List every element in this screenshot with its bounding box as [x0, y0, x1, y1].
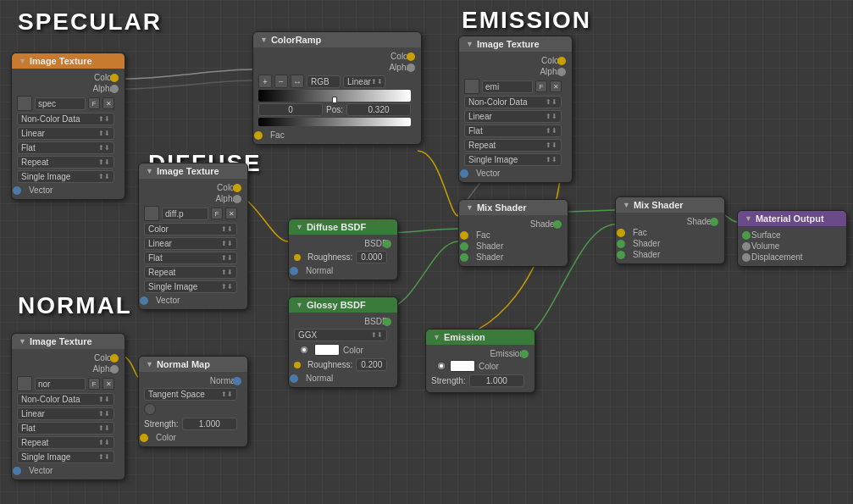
diffbsdf-normal-socket[interactable] — [290, 267, 298, 275]
emission-shader-node: ▼ Emission Emission Color Strength: 1.00… — [425, 329, 535, 393]
emi-colorspace-dropdown[interactable]: Non-Color Data ⬆⬇ — [464, 96, 562, 108]
alpha-socket[interactable] — [110, 85, 119, 93]
nor-ext-dropdown[interactable]: Repeat ⬆⬇ — [17, 436, 114, 449]
nor-proj-dropdown[interactable]: Flat ⬆⬇ — [17, 422, 114, 435]
diffbsdf-out-socket[interactable] — [383, 240, 391, 248]
glossy-normal-socket[interactable] — [290, 374, 298, 383]
nm-space-dropdown[interactable]: Tangent Space ⬆⬇ — [144, 388, 237, 401]
nor-alpha-out: Alpha — [17, 363, 114, 374]
emi-interp-val: Linear — [468, 112, 492, 121]
extension-val: Repeat — [21, 158, 48, 167]
mix2-shader2-socket[interactable] — [617, 251, 625, 259]
diff-src-dropdown[interactable]: Single Image ⬆⬇ — [144, 280, 237, 293]
emi-color-socket2[interactable] — [438, 363, 445, 369]
nor-cs-dropdown[interactable]: Non-Color Data ⬆⬇ — [17, 393, 114, 406]
glossy-color-swatch[interactable] — [314, 344, 340, 356]
diff-ext-dropdown[interactable]: Repeat ⬆⬇ — [144, 266, 237, 279]
cr-add-btn[interactable]: + — [258, 75, 272, 88]
cr-mode-dropdown[interactable]: RGB — [307, 75, 341, 88]
diff-interp-dropdown[interactable]: Linear ⬆⬇ — [144, 237, 237, 250]
color-socket[interactable] — [110, 74, 119, 82]
cr-flip-btn[interactable]: ↔ — [291, 75, 304, 88]
vector-socket[interactable] — [13, 186, 21, 195]
diff-vector-socket[interactable] — [140, 296, 148, 305]
mix-shader1-node: ▼ Mix Shader Shader Fac Shader Shader — [458, 199, 568, 267]
cr-remove-btn[interactable]: − — [274, 75, 288, 88]
cr-interp-dropdown[interactable]: Linear ⬆⬇ — [343, 75, 385, 88]
glossy-roughness-socket[interactable] — [294, 362, 301, 368]
roughness-val[interactable]: 0.000 — [356, 251, 387, 263]
diff-image-name[interactable]: diff.p — [162, 208, 208, 220]
mix2-shader-out-socket[interactable] — [710, 218, 718, 226]
nor-proj-val: Flat — [21, 424, 36, 433]
nm-color-socket[interactable] — [140, 434, 148, 442]
matout-volume-socket[interactable] — [742, 242, 751, 251]
emi-color-socket[interactable] — [557, 57, 566, 65]
cr-alpha-socket[interactable] — [407, 64, 415, 72]
mix1-shader1-socket[interactable] — [460, 242, 468, 251]
colorspace-dropdown[interactable]: Non-Color Data ⬆⬇ — [17, 113, 114, 125]
source-dropdown[interactable]: Single Image ⬆⬇ — [17, 170, 114, 183]
emi-alpha-socket[interactable] — [557, 68, 566, 76]
diff-x-btn[interactable]: ✕ — [225, 208, 237, 219]
mix2-fac-socket[interactable] — [617, 229, 625, 237]
emi-out-socket[interactable] — [520, 350, 529, 358]
glossy-color-socket[interactable] — [301, 346, 307, 353]
glossy-bsdf-out-socket[interactable] — [383, 318, 391, 326]
diff-cs-dropdown[interactable]: Color ⬆⬇ — [144, 223, 237, 235]
emi-f-btn[interactable]: F — [535, 80, 547, 92]
diff-alpha-socket[interactable] — [233, 195, 241, 203]
cr-fac-label: Fac — [270, 130, 285, 140]
emi-x-btn[interactable]: ✕ — [550, 80, 562, 92]
emission-image-texture-node: ▼ Image Texture Color Alpha emi F ✕ Non-… — [458, 36, 573, 183]
glossy-roughness-val[interactable]: 0.200 — [356, 358, 387, 371]
emi-interp-dropdown[interactable]: Linear ⬆⬇ — [464, 110, 562, 123]
emi-proj-dropdown[interactable]: Flat ⬆⬇ — [464, 125, 562, 137]
projection-dropdown[interactable]: Flat ⬆⬇ — [17, 141, 114, 154]
diffbsdf-title: Diffuse BSDF — [307, 222, 366, 232]
cr-marker[interactable] — [332, 97, 337, 103]
cr-color-socket[interactable] — [407, 53, 415, 61]
mix1-fac-socket[interactable] — [460, 231, 468, 240]
nor-alpha-socket[interactable] — [110, 365, 119, 374]
emi-image-thumb — [464, 79, 479, 94]
glossy-mode-dropdown[interactable]: GGX ⬆⬇ — [294, 329, 387, 341]
mix2-shader1-socket[interactable] — [617, 240, 625, 248]
diff-proj-dropdown[interactable]: Flat ⬆⬇ — [144, 252, 237, 264]
mix1-shader-out-socket[interactable] — [553, 220, 562, 229]
nor-vector-socket[interactable] — [13, 467, 21, 475]
interpolation-dropdown[interactable]: Linear ⬆⬇ — [17, 127, 114, 140]
nor-x-btn[interactable]: ✕ — [102, 378, 114, 390]
emi-vector-socket[interactable] — [460, 169, 468, 178]
nor-image-name[interactable]: nor — [35, 378, 86, 390]
extension-dropdown[interactable]: Repeat ⬆⬇ — [17, 156, 114, 169]
matout-surface-socket[interactable] — [742, 231, 751, 240]
emi-strength-val[interactable]: 1.000 — [469, 374, 524, 387]
nor-node-header: ▼ Image Texture — [12, 334, 125, 349]
emi-shader-header: ▼ Emission — [426, 330, 535, 345]
mix1-shader2-socket[interactable] — [460, 253, 468, 262]
diff-f-btn[interactable]: F — [211, 208, 223, 219]
roughness-socket[interactable] — [294, 254, 301, 261]
nor-f-btn[interactable]: F — [88, 378, 100, 390]
nor-color-socket[interactable] — [110, 354, 119, 363]
image-name[interactable]: spec — [35, 97, 86, 110]
matout-displacement-socket[interactable] — [742, 253, 751, 262]
emi-image-name[interactable]: emi — [482, 80, 533, 93]
emi-ext-dropdown[interactable]: Repeat ⬆⬇ — [464, 139, 562, 152]
nm-normal-socket[interactable] — [233, 377, 241, 385]
cr-fac-socket[interactable] — [254, 131, 263, 140]
x-btn[interactable]: ✕ — [102, 97, 114, 109]
emi-src-dropdown[interactable]: Single Image ⬆⬇ — [464, 153, 562, 166]
f-btn[interactable]: F — [88, 97, 100, 109]
matout-arrow: ▼ — [745, 214, 752, 223]
nor-src-dropdown[interactable]: Single Image ⬆⬇ — [17, 451, 114, 463]
nm-uv-icon — [144, 403, 156, 415]
nm-strength-val[interactable]: 1.000 — [182, 418, 237, 430]
nor-cs-val: Non-Color Data — [21, 395, 80, 404]
cr-pos-value[interactable]: 0.320 — [346, 103, 411, 116]
emi-color-swatch[interactable] — [450, 360, 475, 372]
nor-interp-dropdown[interactable]: Linear ⬆⬇ — [17, 407, 114, 420]
diff-color-socket[interactable] — [233, 184, 241, 192]
cr-pos-index[interactable]: 0 — [258, 103, 323, 116]
